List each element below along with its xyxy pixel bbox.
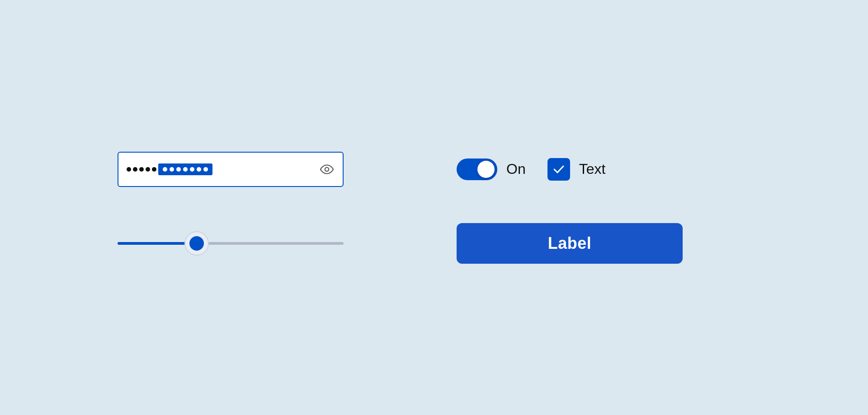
checkbox[interactable]	[547, 158, 570, 181]
checkbox-group: Text	[547, 158, 606, 181]
controls-row: On Text	[457, 158, 750, 181]
eye-icon	[319, 162, 335, 177]
slider-thumb-outer	[185, 232, 208, 255]
password-plain-dots	[127, 167, 156, 172]
toggle-switch[interactable]	[457, 159, 497, 180]
toggle-group: On	[457, 159, 526, 180]
sel-dot-2	[170, 167, 174, 172]
checkbox-label: Text	[579, 161, 606, 177]
password-input[interactable]	[118, 152, 344, 187]
sel-dot-4	[183, 167, 188, 172]
sel-dot-3	[176, 167, 181, 172]
dot-5	[152, 167, 156, 172]
toggle-password-visibility-button[interactable]	[319, 162, 335, 177]
main-container: On Text Label	[118, 152, 750, 264]
sel-dot-5	[190, 167, 194, 172]
slider-thumb-inner	[189, 236, 204, 251]
label-button[interactable]: Label	[457, 223, 683, 264]
toggle-thumb	[477, 161, 495, 178]
dot-4	[146, 167, 150, 172]
dot-1	[127, 167, 131, 172]
dot-3	[139, 167, 144, 172]
svg-point-0	[325, 167, 329, 171]
slider-thumb-wrap	[184, 230, 210, 256]
sel-dot-6	[197, 167, 201, 172]
sel-dot-7	[203, 167, 208, 172]
toggle-label: On	[506, 161, 526, 177]
dot-2	[133, 167, 137, 172]
slider-track	[118, 242, 344, 245]
sel-dot-1	[163, 167, 167, 172]
password-selected-dots	[158, 163, 212, 175]
checkmark-icon	[552, 163, 565, 176]
slider-container[interactable]	[118, 230, 344, 257]
